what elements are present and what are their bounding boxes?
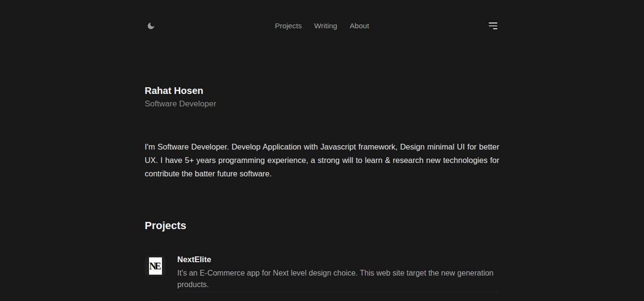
project-title: NextElite xyxy=(177,254,499,265)
nav-link-about[interactable]: About xyxy=(350,22,369,30)
project-item-nextelite[interactable]: NE NextElite It's an E-Commerce app for … xyxy=(145,254,499,290)
project-title: Portfolio Blog v2 xyxy=(177,299,499,301)
moon-icon xyxy=(147,22,155,30)
menu-icon xyxy=(489,23,497,29)
menu-button[interactable] xyxy=(487,21,499,31)
projects-heading: Projects xyxy=(145,219,499,233)
project-divider xyxy=(177,292,499,292)
bio-paragraph: I'm Software Developer. Develop Applicat… xyxy=(145,140,499,180)
theme-toggle-button[interactable] xyxy=(145,20,157,32)
profile-role: Software Developer xyxy=(145,99,499,109)
site-header: Projects Writing About xyxy=(145,0,499,33)
nextelite-logo: NE xyxy=(145,255,166,277)
profile-name: Rahat Hosen xyxy=(145,84,499,97)
nav-link-writing[interactable]: Writing xyxy=(314,22,337,30)
nextelite-logo-monogram: NE xyxy=(149,257,162,275)
project-list: NE NextElite It's an E-Commerce app for … xyxy=(145,254,499,301)
project-description: It's an E-Commerce app for Next level de… xyxy=(177,267,499,290)
main-nav: Projects Writing About xyxy=(275,22,369,30)
nav-link-projects[interactable]: Projects xyxy=(275,22,302,30)
project-item-portfolio-blog[interactable]: Portfolio Blog v2 xyxy=(145,299,499,301)
hero-section: Rahat Hosen Software Developer xyxy=(145,33,499,109)
